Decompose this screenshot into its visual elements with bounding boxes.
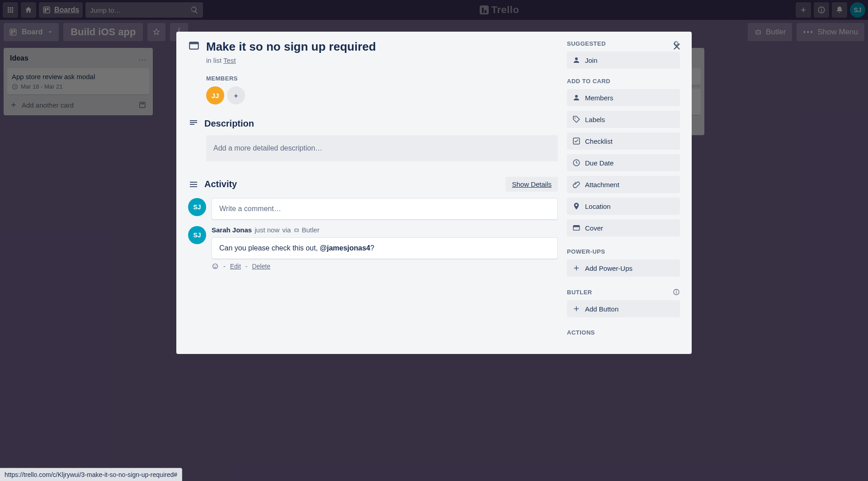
location-btn-label: Location — [585, 203, 611, 210]
comment-time: just now — [255, 226, 279, 234]
svg-point-24 — [214, 265, 214, 266]
modal-overlay[interactable]: Make it so no sign up required in list T… — [0, 0, 868, 481]
reaction-icon[interactable] — [212, 263, 219, 270]
members-btn-label: Members — [585, 94, 613, 102]
attachment-icon — [572, 180, 580, 189]
action-separator: - — [245, 263, 248, 270]
svg-rect-34 — [676, 292, 676, 294]
svg-point-27 — [575, 95, 578, 98]
member-avatar-jj[interactable]: JJ — [206, 86, 224, 104]
modal-sidebar: SUGGESTED Join ADD TO CARD Members Label… — [567, 40, 680, 336]
suggested-label: SUGGESTED — [567, 40, 680, 47]
card-header-icon — [188, 40, 200, 53]
labels-btn-label: Labels — [585, 116, 605, 123]
svg-rect-32 — [573, 226, 580, 227]
svg-point-23 — [213, 264, 218, 269]
svg-point-22 — [297, 230, 297, 230]
due-date-button[interactable]: Due Date — [567, 154, 680, 171]
add-button-button[interactable]: Add Button — [567, 300, 680, 317]
location-button[interactable]: Location — [567, 198, 680, 215]
attachment-btn-label: Attachment — [585, 181, 619, 189]
members-icon — [572, 94, 580, 102]
comment-text-suffix: ? — [370, 244, 374, 252]
member-initials: JJ — [212, 92, 219, 99]
activity-label: Activity — [204, 179, 237, 189]
comment-edit-link[interactable]: Edit — [230, 263, 241, 270]
svg-rect-20 — [295, 229, 298, 231]
user-icon — [572, 56, 580, 64]
svg-point-26 — [575, 57, 578, 60]
close-icon — [672, 42, 682, 52]
location-icon — [572, 202, 580, 210]
status-bar-url: https://trello.com/c/Kljrywui/3-make-it-… — [0, 468, 182, 481]
show-details-button[interactable]: Show Details — [505, 177, 558, 192]
add-button-label: Add Button — [585, 305, 618, 313]
members-row: JJ + — [206, 86, 558, 104]
current-user-avatar: SJ — [188, 198, 206, 216]
description-label: Description — [204, 118, 254, 129]
comment-composer: SJ Write a comment… — [188, 198, 558, 220]
checklist-button[interactable]: Checklist — [567, 132, 680, 150]
powerups-label: POWER-UPS — [567, 248, 680, 255]
label-icon — [572, 115, 580, 123]
cover-button[interactable]: Cover — [567, 219, 680, 236]
info-small-icon[interactable] — [673, 288, 680, 296]
modal-close-button[interactable] — [668, 38, 685, 55]
card-modal-title[interactable]: Make it so no sign up required — [206, 40, 376, 54]
svg-rect-35 — [676, 290, 676, 291]
card-modal: Make it so no sign up required in list T… — [176, 32, 692, 354]
members-button[interactable]: Members — [567, 89, 680, 106]
attachment-button[interactable]: Attachment — [567, 176, 680, 193]
in-list-prefix: in list — [206, 57, 223, 64]
description-icon — [188, 118, 199, 129]
add-powerups-label: Add Power-Ups — [585, 264, 632, 272]
add-member-button[interactable]: + — [227, 86, 245, 104]
activity-comment: SJ Sarah Jonas just now via Butler Can y… — [188, 226, 558, 270]
labels-button[interactable]: Labels — [567, 111, 680, 128]
current-user-initials: SJ — [193, 203, 201, 211]
comment-actions: - Edit - Delete — [212, 263, 558, 270]
comment-delete-link[interactable]: Delete — [252, 263, 270, 270]
in-list-link[interactable]: Test — [223, 57, 236, 64]
description-input[interactable]: Add a more detailed description… — [206, 135, 558, 161]
description-header: Description — [188, 118, 558, 129]
comment-butler-tag[interactable]: Butler — [293, 226, 319, 234]
due-date-btn-label: Due Date — [585, 159, 613, 167]
comment-text-prefix: Can you please check this out, — [219, 244, 320, 252]
comment-author-initials: SJ — [193, 231, 201, 239]
suggested-label-text: SUGGESTED — [567, 40, 606, 47]
plus-icon — [572, 305, 580, 313]
action-separator: - — [223, 263, 226, 270]
checklist-btn-label: Checklist — [585, 137, 613, 145]
comment-via-label: via — [282, 226, 291, 234]
clock-icon — [572, 159, 580, 167]
add-to-card-label: ADD TO CARD — [567, 78, 680, 85]
join-label: Join — [585, 57, 598, 64]
comment-author-avatar: SJ — [188, 226, 206, 244]
cover-btn-label: Cover — [585, 224, 603, 232]
svg-point-25 — [216, 265, 216, 266]
members-section-label: MEMBERS — [206, 75, 558, 82]
comment-author-name[interactable]: Sarah Jonas — [212, 226, 252, 234]
svg-point-21 — [296, 230, 296, 230]
activity-icon — [188, 179, 199, 190]
plus-glyph: + — [234, 92, 238, 99]
comment-meta: Sarah Jonas just now via Butler — [212, 226, 558, 234]
comment-input[interactable]: Write a comment… — [212, 198, 558, 220]
butler-section-label: BUTLER — [567, 288, 680, 296]
comment-butler-text: Butler — [302, 226, 319, 234]
svg-rect-19 — [189, 42, 198, 44]
plus-icon — [572, 264, 580, 272]
modal-main: Make it so no sign up required in list T… — [188, 40, 558, 336]
add-powerups-button[interactable]: Add Power-Ups — [567, 259, 680, 277]
comment-mention[interactable]: @jamesjonas4 — [320, 244, 370, 252]
svg-point-28 — [575, 118, 576, 118]
comment-placeholder: Write a comment… — [219, 205, 281, 212]
activity-header: Activity Show Details — [188, 177, 558, 192]
cover-icon — [572, 224, 580, 232]
join-button[interactable]: Join — [567, 52, 680, 69]
checklist-icon — [572, 137, 580, 145]
actions-label: ACTIONS — [567, 329, 680, 336]
butler-small-icon — [293, 227, 300, 233]
comment-body: Can you please check this out, @jamesjon… — [212, 237, 558, 259]
